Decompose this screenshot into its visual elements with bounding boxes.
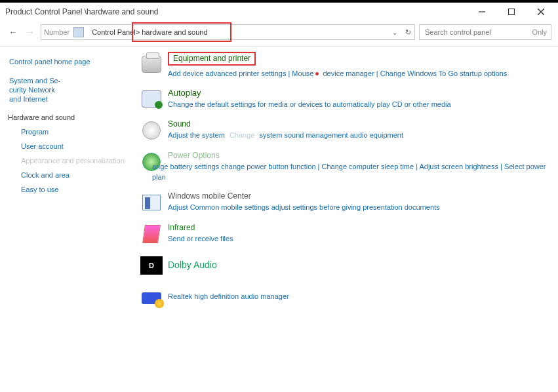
devices-sub-2[interactable]: device manager | Change Windows To Go st… [323,69,508,77]
breadcrumb-text: Control Panel> hardware and sound [92,28,207,36]
category-devices: Equipment and printer Add device advance… [140,53,555,79]
search-only-label: Only [532,28,547,36]
sidebar-item-easy[interactable]: Easy to use [21,186,131,193]
devices-sub-1[interactable]: Add device advanced printer settings | M… [168,69,313,77]
dolby-title[interactable]: Dolby Audio [168,260,217,270]
power-subs[interactable]: ange battery settings change power butto… [152,162,555,182]
devices-title[interactable]: Equipment and printer [168,52,256,66]
mobile-title[interactable]: Windows mobile Center [168,191,251,201]
sidebar-item-program[interactable]: Program [21,128,131,136]
printer-icon [140,53,163,75]
search-field[interactable] [424,28,532,37]
minimize-button[interactable] [467,4,496,20]
category-realtek: Realtek high definition audio manager [140,286,555,308]
sound-sub-a[interactable]: Adjust the system [168,131,225,139]
category-power: Power Options ange battery settings chan… [140,151,555,182]
number-label: Number [44,28,70,36]
sidebar-item-clock[interactable]: Clock and area [21,171,131,179]
realtek-icon [140,286,163,308]
maximize-button[interactable] [496,4,526,20]
category-dolby: D Dolby Audio [140,254,555,277]
category-mobile: Windows mobile Center Adjust Common mobi… [140,191,555,214]
sound-sub-change[interactable]: Change [229,131,255,139]
main-content: Equipment and printer Add device advance… [138,47,558,392]
infrared-title[interactable]: Infrared [168,223,195,232]
forward-button[interactable]: → [24,26,37,39]
category-sound: Sound Adjust the system Change system so… [140,119,555,142]
category-infrared: Infrared Send or receive files [140,223,555,245]
chevron-down-icon[interactable]: ⌄ [392,29,397,36]
svg-rect-1 [508,9,514,15]
mobile-subs[interactable]: Adjust Common mobile settings adjust set… [168,203,555,212]
realtek-title[interactable]: Realtek high definition audio manager [168,292,289,300]
sidebar-home[interactable]: Control panel home page [9,57,131,67]
refresh-button[interactable]: ↻ [401,28,414,37]
search-input[interactable]: Only [419,24,551,40]
close-button[interactable] [526,4,555,20]
sound-subs: Adjust the system Change system sound ma… [168,130,555,140]
titlebar: Product Control Panel \hardware and soun… [0,3,558,21]
infrared-subs[interactable]: Send or receive files [168,234,555,244]
autoplay-title[interactable]: Autoplay [168,88,201,98]
autoplay-icon [140,88,163,110]
sound-title[interactable]: Sound [168,119,191,128]
sidebar-item-user[interactable]: User account [21,142,131,150]
toolbar: ← → Number Control Panel> hardware and s… [0,21,558,43]
devices-subs: Add device advanced printer settings | M… [168,69,555,79]
mobile-icon [140,191,163,214]
control-panel-icon [73,27,84,37]
window-title: Product Control Panel \hardware and soun… [5,7,467,16]
power-title[interactable]: Power Options [168,151,220,160]
sidebar-current: Hardware and sound [8,113,131,121]
autoplay-subs[interactable]: Change the default settings for media or… [168,100,555,109]
sound-sub-b[interactable]: system sound management audio equipment [260,131,404,139]
dolby-icon: D [140,254,163,277]
sidebar-system[interactable]: System and Se- curity Network and Intern… [9,76,131,104]
infrared-icon [140,223,163,245]
sidebar: Control panel home page System and Se- c… [0,47,138,392]
back-button[interactable]: ← [7,26,20,39]
sidebar-item-appearance[interactable]: Appearance and personalization [21,157,131,165]
red-dot-icon [315,72,319,75]
sound-icon [140,119,163,142]
category-autoplay: Autoplay Change the default settings for… [140,88,555,110]
breadcrumb[interactable]: Number Control Panel> hardware and sound… [41,24,415,40]
